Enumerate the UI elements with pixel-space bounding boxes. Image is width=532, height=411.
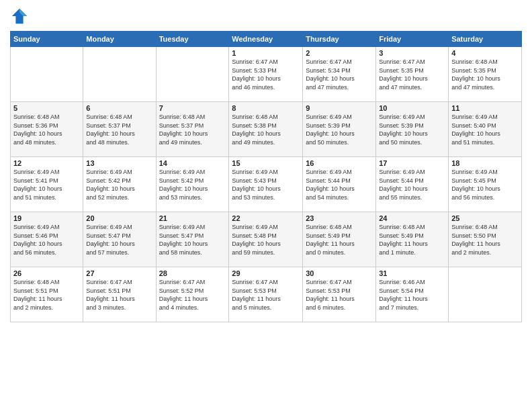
calendar-cell: 13Sunrise: 6:49 AM Sunset: 5:42 PM Dayli… [83, 157, 156, 212]
day-number: 20 [86, 214, 152, 222]
day-info: Sunrise: 6:48 AM Sunset: 5:51 PM Dayligh… [13, 278, 80, 312]
calendar-cell [83, 47, 156, 102]
day-number: 16 [306, 159, 373, 167]
day-info: Sunrise: 6:48 AM Sunset: 5:37 PM Dayligh… [159, 113, 226, 146]
calendar: SundayMondayTuesdayWednesdayThursdayFrid… [10, 31, 522, 322]
day-info: Sunrise: 6:49 AM Sunset: 5:40 PM Dayligh… [451, 113, 519, 146]
day-header-monday: Monday [83, 32, 156, 47]
calendar-cell: 22Sunrise: 6:49 AM Sunset: 5:48 PM Dayli… [229, 212, 303, 267]
calendar-cell: 4Sunrise: 6:48 AM Sunset: 5:35 PM Daylig… [449, 47, 522, 102]
day-info: Sunrise: 6:49 AM Sunset: 5:46 PM Dayligh… [13, 223, 80, 257]
calendar-cell: 11Sunrise: 6:49 AM Sunset: 5:40 PM Dayli… [449, 102, 522, 157]
day-info: Sunrise: 6:49 AM Sunset: 5:47 PM Dayligh… [86, 223, 152, 257]
header [10, 7, 522, 26]
day-number: 29 [232, 269, 300, 277]
day-number: 4 [451, 49, 519, 57]
day-header-thursday: Thursday [303, 32, 376, 47]
calendar-cell: 5Sunrise: 6:48 AM Sunset: 5:36 PM Daylig… [11, 102, 83, 157]
day-info: Sunrise: 6:48 AM Sunset: 5:38 PM Dayligh… [232, 113, 300, 146]
calendar-cell: 27Sunrise: 6:47 AM Sunset: 5:51 PM Dayli… [83, 267, 156, 322]
calendar-cell: 26Sunrise: 6:48 AM Sunset: 5:51 PM Dayli… [11, 267, 83, 322]
day-number: 2 [306, 49, 373, 57]
calendar-cell: 3Sunrise: 6:47 AM Sunset: 5:35 PM Daylig… [376, 47, 449, 102]
calendar-cell: 31Sunrise: 6:46 AM Sunset: 5:54 PM Dayli… [376, 267, 449, 322]
calendar-cell: 15Sunrise: 6:49 AM Sunset: 5:43 PM Dayli… [229, 157, 303, 212]
calendar-cell: 16Sunrise: 6:49 AM Sunset: 5:44 PM Dayli… [303, 157, 376, 212]
day-number: 22 [232, 214, 300, 222]
day-info: Sunrise: 6:47 AM Sunset: 5:52 PM Dayligh… [159, 278, 226, 312]
day-info: Sunrise: 6:46 AM Sunset: 5:54 PM Dayligh… [379, 278, 445, 312]
calendar-week-5: 26Sunrise: 6:48 AM Sunset: 5:51 PM Dayli… [11, 267, 522, 322]
calendar-cell: 24Sunrise: 6:48 AM Sunset: 5:49 PM Dayli… [376, 212, 449, 267]
day-number: 5 [13, 104, 80, 112]
day-number: 23 [306, 214, 373, 222]
page: SundayMondayTuesdayWednesdayThursdayFrid… [0, 0, 532, 411]
day-info: Sunrise: 6:48 AM Sunset: 5:36 PM Dayligh… [13, 113, 80, 146]
calendar-cell: 29Sunrise: 6:47 AM Sunset: 5:53 PM Dayli… [229, 267, 303, 322]
calendar-cell: 10Sunrise: 6:49 AM Sunset: 5:39 PM Dayli… [376, 102, 449, 157]
calendar-header-row: SundayMondayTuesdayWednesdayThursdayFrid… [11, 32, 522, 47]
calendar-week-1: 1Sunrise: 6:47 AM Sunset: 5:33 PM Daylig… [11, 47, 522, 102]
calendar-cell: 21Sunrise: 6:49 AM Sunset: 5:47 PM Dayli… [156, 212, 229, 267]
calendar-cell: 18Sunrise: 6:49 AM Sunset: 5:45 PM Dayli… [449, 157, 522, 212]
day-number: 15 [232, 159, 300, 167]
day-number: 27 [86, 269, 152, 277]
day-number: 1 [232, 49, 300, 57]
calendar-cell: 20Sunrise: 6:49 AM Sunset: 5:47 PM Dayli… [83, 212, 156, 267]
day-number: 14 [159, 159, 226, 167]
calendar-cell: 1Sunrise: 6:47 AM Sunset: 5:33 PM Daylig… [229, 47, 303, 102]
calendar-cell [449, 267, 522, 322]
day-info: Sunrise: 6:47 AM Sunset: 5:33 PM Dayligh… [232, 58, 300, 91]
day-info: Sunrise: 6:47 AM Sunset: 5:34 PM Dayligh… [306, 58, 373, 91]
calendar-cell [156, 47, 229, 102]
day-number: 21 [159, 214, 226, 222]
day-info: Sunrise: 6:49 AM Sunset: 5:45 PM Dayligh… [451, 168, 519, 201]
day-number: 9 [306, 104, 373, 112]
day-number: 10 [379, 104, 445, 112]
day-number: 18 [451, 159, 519, 167]
day-number: 11 [451, 104, 519, 112]
day-info: Sunrise: 6:49 AM Sunset: 5:44 PM Dayligh… [379, 168, 445, 201]
day-info: Sunrise: 6:49 AM Sunset: 5:39 PM Dayligh… [379, 113, 445, 146]
day-info: Sunrise: 6:49 AM Sunset: 5:42 PM Dayligh… [159, 168, 226, 201]
day-info: Sunrise: 6:47 AM Sunset: 5:53 PM Dayligh… [232, 278, 300, 312]
calendar-cell: 30Sunrise: 6:47 AM Sunset: 5:53 PM Dayli… [303, 267, 376, 322]
day-header-friday: Friday [376, 32, 449, 47]
day-number: 13 [86, 159, 152, 167]
day-header-tuesday: Tuesday [156, 32, 229, 47]
calendar-cell: 9Sunrise: 6:49 AM Sunset: 5:39 PM Daylig… [303, 102, 376, 157]
day-header-wednesday: Wednesday [229, 32, 303, 47]
logo-icon [10, 7, 29, 26]
day-number: 6 [86, 104, 152, 112]
day-info: Sunrise: 6:47 AM Sunset: 5:35 PM Dayligh… [379, 58, 445, 91]
calendar-cell: 8Sunrise: 6:48 AM Sunset: 5:38 PM Daylig… [229, 102, 303, 157]
calendar-cell: 14Sunrise: 6:49 AM Sunset: 5:42 PM Dayli… [156, 157, 229, 212]
calendar-cell: 25Sunrise: 6:48 AM Sunset: 5:50 PM Dayli… [449, 212, 522, 267]
day-number: 26 [13, 269, 80, 277]
day-info: Sunrise: 6:47 AM Sunset: 5:53 PM Dayligh… [306, 278, 373, 312]
day-info: Sunrise: 6:49 AM Sunset: 5:42 PM Dayligh… [86, 168, 152, 201]
day-header-sunday: Sunday [11, 32, 83, 47]
calendar-cell: 12Sunrise: 6:49 AM Sunset: 5:41 PM Dayli… [11, 157, 83, 212]
day-info: Sunrise: 6:49 AM Sunset: 5:43 PM Dayligh… [232, 168, 300, 201]
day-number: 25 [451, 214, 519, 222]
day-number: 28 [159, 269, 226, 277]
day-info: Sunrise: 6:48 AM Sunset: 5:49 PM Dayligh… [379, 223, 445, 257]
day-info: Sunrise: 6:48 AM Sunset: 5:37 PM Dayligh… [86, 113, 152, 146]
day-info: Sunrise: 6:48 AM Sunset: 5:49 PM Dayligh… [306, 223, 373, 257]
day-info: Sunrise: 6:49 AM Sunset: 5:41 PM Dayligh… [13, 168, 80, 201]
day-number: 30 [306, 269, 373, 277]
calendar-cell: 19Sunrise: 6:49 AM Sunset: 5:46 PM Dayli… [11, 212, 83, 267]
day-info: Sunrise: 6:49 AM Sunset: 5:48 PM Dayligh… [232, 223, 300, 257]
day-info: Sunrise: 6:49 AM Sunset: 5:47 PM Dayligh… [159, 223, 226, 257]
logo [10, 7, 32, 26]
calendar-cell: 6Sunrise: 6:48 AM Sunset: 5:37 PM Daylig… [83, 102, 156, 157]
calendar-week-3: 12Sunrise: 6:49 AM Sunset: 5:41 PM Dayli… [11, 157, 522, 212]
day-number: 31 [379, 269, 445, 277]
calendar-cell [11, 47, 83, 102]
day-number: 7 [159, 104, 226, 112]
day-number: 24 [379, 214, 445, 222]
day-number: 12 [13, 159, 80, 167]
calendar-week-2: 5Sunrise: 6:48 AM Sunset: 5:36 PM Daylig… [11, 102, 522, 157]
day-number: 17 [379, 159, 445, 167]
